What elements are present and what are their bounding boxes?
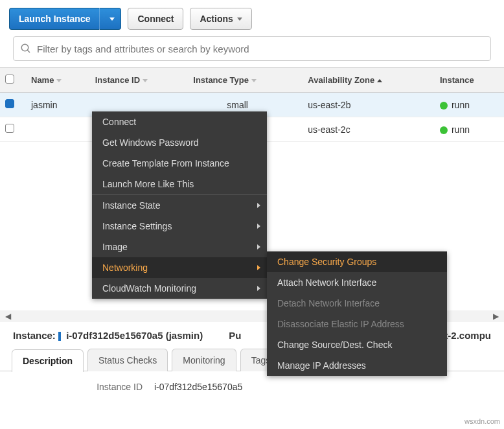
- menu-connect[interactable]: Connect: [92, 111, 267, 132]
- connect-label: Connect: [137, 14, 174, 24]
- submenu-manage-ip-addresses[interactable]: Manage IP Addresses: [267, 355, 447, 376]
- status-dot-icon: [440, 126, 448, 134]
- menu-instance-settings[interactable]: Instance Settings: [92, 216, 267, 237]
- launch-instance-button[interactable]: Launch Instance: [9, 8, 99, 30]
- context-menu: Connect Get Windows Password Create Temp…: [92, 111, 267, 299]
- scroll-right-icon[interactable]: ▶: [490, 312, 501, 321]
- scroll-left-icon[interactable]: ◀: [3, 312, 14, 321]
- menu-image[interactable]: Image: [92, 237, 267, 257]
- detail-id-name: i-07df312d5e15670a5 (jasmin): [66, 330, 203, 341]
- context-submenu-networking: Change Security Groups Attach Network In…: [267, 251, 447, 376]
- col-availability-zone[interactable]: Availability Zone: [303, 68, 435, 93]
- menu-launch-more-like-this[interactable]: Launch More Like This: [92, 174, 267, 194]
- submenu-detach-network-interface: Detach Network Interface: [267, 293, 447, 314]
- launch-instance-dropdown[interactable]: [99, 8, 121, 30]
- menu-create-template[interactable]: Create Template From Instance: [92, 153, 267, 174]
- submenu-disassociate-elastic-ip: Disassociate Elastic IP Address: [267, 314, 447, 334]
- cell-az: us-east-2c: [303, 117, 435, 142]
- row-checkbox[interactable]: [5, 99, 14, 108]
- col-instance-state[interactable]: Instance: [435, 68, 504, 93]
- actions-button[interactable]: Actions: [190, 8, 251, 30]
- search-bar: [0, 36, 504, 67]
- launch-instance-label: Launch Instance: [19, 14, 90, 24]
- menu-get-windows-password[interactable]: Get Windows Password: [92, 132, 267, 153]
- tab-description[interactable]: Description: [12, 349, 84, 372]
- svg-point-0: [21, 44, 29, 51]
- col-instance-id[interactable]: Instance ID: [90, 68, 189, 93]
- selection-bar-icon: [58, 332, 61, 341]
- col-name[interactable]: Name: [26, 68, 90, 93]
- menu-networking[interactable]: Networking: [92, 257, 267, 278]
- tab-monitoring[interactable]: Monitoring: [172, 349, 236, 371]
- cell-state: runn: [435, 93, 504, 117]
- search-icon: [20, 43, 32, 54]
- detail-public-prefix: Pu: [229, 330, 241, 341]
- caret-down-icon: [109, 17, 115, 21]
- cell-name: jasmin: [26, 93, 90, 117]
- tab-status-checks[interactable]: Status Checks: [87, 349, 168, 371]
- search-input[interactable]: [37, 43, 484, 54]
- submenu-change-source-dest-check[interactable]: Change Source/Dest. Check: [267, 334, 447, 355]
- cell-az: us-east-2b: [303, 93, 435, 117]
- status-dot-icon: [440, 102, 448, 110]
- detail-key-instance-id: Instance ID: [26, 382, 143, 392]
- actions-label: Actions: [200, 14, 233, 24]
- watermark: wsxdn.com: [464, 417, 500, 425]
- submenu-attach-network-interface[interactable]: Attach Network Interface: [267, 272, 447, 293]
- menu-instance-state[interactable]: Instance State: [92, 195, 267, 216]
- col-instance-type[interactable]: Instance Type: [188, 68, 303, 93]
- svg-line-1: [27, 50, 30, 52]
- caret-down-icon: [237, 17, 242, 21]
- table-header-row: Name Instance ID Instance Type Availabil…: [0, 68, 504, 93]
- detail-label: Instance:: [13, 330, 56, 341]
- detail-body: Instance ID i-07df312d5e15670a5: [0, 371, 504, 402]
- menu-cloudwatch-monitoring[interactable]: CloudWatch Monitoring: [92, 278, 267, 299]
- select-all-checkbox[interactable]: [5, 75, 14, 84]
- detail-val-instance-id: i-07df312d5e15670a5: [154, 382, 242, 392]
- connect-button[interactable]: Connect: [128, 8, 183, 30]
- row-checkbox[interactable]: [5, 124, 14, 133]
- cell-name: [26, 117, 90, 142]
- toolbar: Launch Instance Connect Actions: [0, 0, 504, 36]
- cell-state: runn: [435, 117, 504, 142]
- submenu-change-security-groups[interactable]: Change Security Groups: [267, 251, 447, 272]
